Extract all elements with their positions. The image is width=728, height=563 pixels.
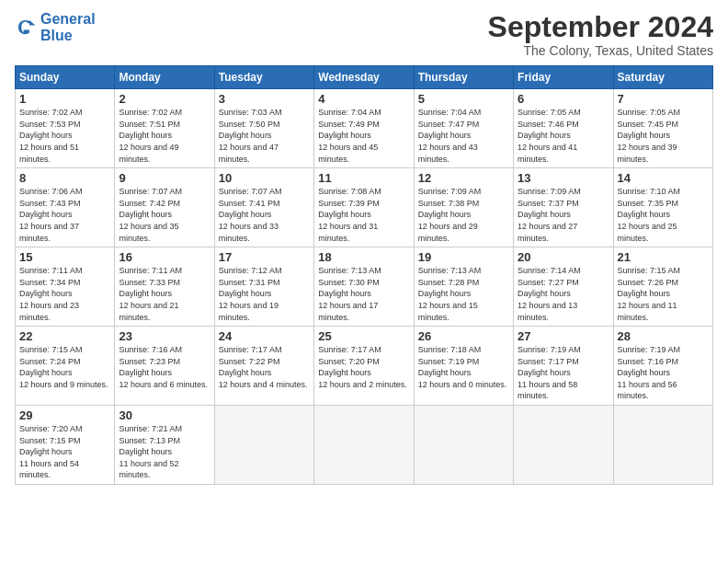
day-info: Sunrise: 7:12 AM Sunset: 7:31 PM Dayligh… bbox=[219, 265, 310, 323]
day-cell: 8 Sunrise: 7:06 AM Sunset: 7:43 PM Dayli… bbox=[16, 168, 115, 247]
day-cell bbox=[414, 406, 513, 485]
day-info: Sunrise: 7:09 AM Sunset: 7:37 PM Dayligh… bbox=[518, 186, 609, 244]
day-cell bbox=[514, 406, 613, 485]
header: General Blue September 2024 The Colony, … bbox=[15, 11, 713, 58]
day-number: 11 bbox=[318, 171, 409, 185]
day-cell: 4 Sunrise: 7:04 AM Sunset: 7:49 PM Dayli… bbox=[314, 89, 414, 168]
day-info: Sunrise: 7:16 AM Sunset: 7:23 PM Dayligh… bbox=[119, 344, 210, 390]
day-info: Sunrise: 7:11 AM Sunset: 7:34 PM Dayligh… bbox=[19, 265, 110, 323]
day-number: 4 bbox=[318, 92, 409, 106]
day-cell: 22 Sunrise: 7:15 AM Sunset: 7:24 PM Dayl… bbox=[16, 327, 115, 406]
day-number: 20 bbox=[518, 250, 609, 264]
day-cell bbox=[314, 406, 414, 485]
day-number: 10 bbox=[219, 171, 310, 185]
col-friday: Friday bbox=[514, 66, 613, 89]
day-cell: 3 Sunrise: 7:03 AM Sunset: 7:50 PM Dayli… bbox=[214, 89, 313, 168]
day-cell: 25 Sunrise: 7:17 AM Sunset: 7:20 PM Dayl… bbox=[314, 327, 414, 406]
day-info: Sunrise: 7:17 AM Sunset: 7:20 PM Dayligh… bbox=[318, 344, 409, 390]
day-info: Sunrise: 7:02 AM Sunset: 7:51 PM Dayligh… bbox=[119, 107, 210, 165]
day-number: 2 bbox=[119, 92, 210, 106]
calendar-container: General Blue September 2024 The Colony, … bbox=[0, 0, 728, 492]
day-number: 22 bbox=[19, 329, 110, 343]
day-info: Sunrise: 7:14 AM Sunset: 7:27 PM Dayligh… bbox=[518, 265, 609, 323]
day-cell: 6 Sunrise: 7:05 AM Sunset: 7:46 PM Dayli… bbox=[514, 89, 613, 168]
day-cell: 10 Sunrise: 7:07 AM Sunset: 7:41 PM Dayl… bbox=[214, 168, 313, 247]
day-cell: 13 Sunrise: 7:09 AM Sunset: 7:37 PM Dayl… bbox=[514, 168, 613, 247]
day-number: 14 bbox=[618, 171, 709, 185]
day-number: 26 bbox=[418, 329, 509, 343]
day-cell: 21 Sunrise: 7:15 AM Sunset: 7:26 PM Dayl… bbox=[613, 247, 712, 327]
day-number: 17 bbox=[219, 250, 310, 264]
day-info: Sunrise: 7:13 AM Sunset: 7:28 PM Dayligh… bbox=[418, 265, 509, 323]
day-cell: 28 Sunrise: 7:19 AM Sunset: 7:16 PM Dayl… bbox=[613, 327, 712, 406]
day-info: Sunrise: 7:20 AM Sunset: 7:15 PM Dayligh… bbox=[19, 423, 110, 481]
day-info: Sunrise: 7:19 AM Sunset: 7:16 PM Dayligh… bbox=[618, 344, 709, 402]
col-wednesday: Wednesday bbox=[314, 66, 414, 89]
week-row-3: 15 Sunrise: 7:11 AM Sunset: 7:34 PM Dayl… bbox=[16, 247, 713, 327]
day-number: 8 bbox=[19, 171, 110, 185]
day-cell: 14 Sunrise: 7:10 AM Sunset: 7:35 PM Dayl… bbox=[613, 168, 712, 247]
title-block: September 2024 The Colony, Texas, United… bbox=[488, 11, 713, 58]
week-row-4: 22 Sunrise: 7:15 AM Sunset: 7:24 PM Dayl… bbox=[16, 327, 713, 406]
day-cell: 11 Sunrise: 7:08 AM Sunset: 7:39 PM Dayl… bbox=[314, 168, 414, 247]
day-info: Sunrise: 7:17 AM Sunset: 7:22 PM Dayligh… bbox=[219, 344, 310, 390]
day-number: 19 bbox=[418, 250, 509, 264]
day-info: Sunrise: 7:18 AM Sunset: 7:19 PM Dayligh… bbox=[418, 344, 509, 390]
day-number: 24 bbox=[219, 329, 310, 343]
day-info: Sunrise: 7:07 AM Sunset: 7:42 PM Dayligh… bbox=[119, 186, 210, 244]
week-row-5: 29 Sunrise: 7:20 AM Sunset: 7:15 PM Dayl… bbox=[16, 406, 713, 485]
day-number: 12 bbox=[418, 171, 509, 185]
day-number: 5 bbox=[418, 92, 509, 106]
day-cell: 27 Sunrise: 7:19 AM Sunset: 7:17 PM Dayl… bbox=[514, 327, 613, 406]
day-info: Sunrise: 7:04 AM Sunset: 7:49 PM Dayligh… bbox=[318, 107, 409, 165]
day-number: 16 bbox=[119, 250, 210, 264]
day-info: Sunrise: 7:15 AM Sunset: 7:26 PM Dayligh… bbox=[618, 265, 709, 323]
day-info: Sunrise: 7:05 AM Sunset: 7:46 PM Dayligh… bbox=[518, 107, 609, 165]
day-cell: 9 Sunrise: 7:07 AM Sunset: 7:42 PM Dayli… bbox=[115, 168, 214, 247]
day-cell: 1 Sunrise: 7:02 AM Sunset: 7:53 PM Dayli… bbox=[16, 89, 115, 168]
col-saturday: Saturday bbox=[613, 66, 712, 89]
day-info: Sunrise: 7:08 AM Sunset: 7:39 PM Dayligh… bbox=[318, 186, 409, 244]
day-cell: 26 Sunrise: 7:18 AM Sunset: 7:19 PM Dayl… bbox=[414, 327, 513, 406]
col-thursday: Thursday bbox=[414, 66, 513, 89]
day-info: Sunrise: 7:07 AM Sunset: 7:41 PM Dayligh… bbox=[219, 186, 310, 244]
day-number: 1 bbox=[19, 92, 110, 106]
day-info: Sunrise: 7:09 AM Sunset: 7:38 PM Dayligh… bbox=[418, 186, 509, 244]
day-number: 23 bbox=[119, 329, 210, 343]
day-cell bbox=[613, 406, 712, 485]
day-cell: 16 Sunrise: 7:11 AM Sunset: 7:33 PM Dayl… bbox=[115, 247, 214, 327]
col-tuesday: Tuesday bbox=[214, 66, 313, 89]
day-info: Sunrise: 7:06 AM Sunset: 7:43 PM Dayligh… bbox=[19, 186, 110, 244]
day-cell: 19 Sunrise: 7:13 AM Sunset: 7:28 PM Dayl… bbox=[414, 247, 513, 327]
location: The Colony, Texas, United States bbox=[488, 43, 713, 58]
day-number: 27 bbox=[518, 329, 609, 343]
logo: General Blue bbox=[15, 11, 96, 43]
day-info: Sunrise: 7:19 AM Sunset: 7:17 PM Dayligh… bbox=[518, 344, 609, 402]
day-number: 21 bbox=[618, 250, 709, 264]
day-info: Sunrise: 7:02 AM Sunset: 7:53 PM Dayligh… bbox=[19, 107, 110, 165]
day-cell: 23 Sunrise: 7:16 AM Sunset: 7:23 PM Dayl… bbox=[115, 327, 214, 406]
col-sunday: Sunday bbox=[16, 66, 115, 89]
day-cell: 29 Sunrise: 7:20 AM Sunset: 7:15 PM Dayl… bbox=[16, 406, 115, 485]
logo-text: General Blue bbox=[40, 11, 96, 43]
day-info: Sunrise: 7:05 AM Sunset: 7:45 PM Dayligh… bbox=[618, 107, 709, 165]
logo-icon bbox=[15, 17, 37, 39]
day-cell: 18 Sunrise: 7:13 AM Sunset: 7:30 PM Dayl… bbox=[314, 247, 414, 327]
col-monday: Monday bbox=[115, 66, 214, 89]
day-number: 7 bbox=[618, 92, 709, 106]
day-number: 30 bbox=[119, 408, 210, 422]
day-cell: 12 Sunrise: 7:09 AM Sunset: 7:38 PM Dayl… bbox=[414, 168, 513, 247]
day-number: 6 bbox=[518, 92, 609, 106]
day-cell: 20 Sunrise: 7:14 AM Sunset: 7:27 PM Dayl… bbox=[514, 247, 613, 327]
header-row: Sunday Monday Tuesday Wednesday Thursday… bbox=[16, 66, 713, 89]
day-info: Sunrise: 7:04 AM Sunset: 7:47 PM Dayligh… bbox=[418, 107, 509, 165]
day-info: Sunrise: 7:21 AM Sunset: 7:13 PM Dayligh… bbox=[119, 423, 210, 481]
day-number: 3 bbox=[219, 92, 310, 106]
day-info: Sunrise: 7:10 AM Sunset: 7:35 PM Dayligh… bbox=[618, 186, 709, 244]
day-number: 25 bbox=[318, 329, 409, 343]
day-info: Sunrise: 7:13 AM Sunset: 7:30 PM Dayligh… bbox=[318, 265, 409, 323]
day-cell: 2 Sunrise: 7:02 AM Sunset: 7:51 PM Dayli… bbox=[115, 89, 214, 168]
day-cell: 24 Sunrise: 7:17 AM Sunset: 7:22 PM Dayl… bbox=[214, 327, 313, 406]
week-row-2: 8 Sunrise: 7:06 AM Sunset: 7:43 PM Dayli… bbox=[16, 168, 713, 247]
day-info: Sunrise: 7:11 AM Sunset: 7:33 PM Dayligh… bbox=[119, 265, 210, 323]
